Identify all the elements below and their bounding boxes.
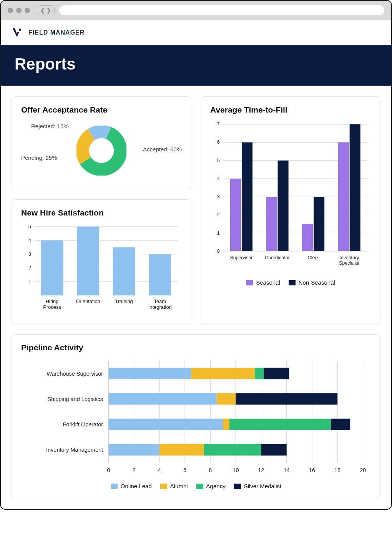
nav-arrows[interactable]: ❮ ❯ bbox=[37, 5, 55, 15]
browser-chrome: ❮ ❯ bbox=[1, 1, 391, 20]
svg-rect-85 bbox=[223, 419, 229, 430]
svg-rect-41 bbox=[242, 143, 252, 251]
legend-item-nonseasonal: Non-Seasonal bbox=[289, 279, 335, 286]
legend-item-agency: Agency bbox=[196, 483, 226, 489]
svg-rect-92 bbox=[261, 444, 287, 456]
stacked-bar-chart-pipeline: 02468101214161820Warehouse SupervisorShi… bbox=[21, 358, 371, 477]
svg-rect-14 bbox=[41, 240, 63, 295]
svg-text:3: 3 bbox=[28, 251, 31, 257]
address-bar[interactable] bbox=[59, 5, 384, 15]
legend-item-seasonal: Seasonal bbox=[246, 279, 280, 286]
svg-text:16: 16 bbox=[309, 467, 315, 473]
window-controls bbox=[8, 8, 30, 13]
page-title-bar: Reports bbox=[1, 45, 391, 86]
donut-label-rejected: Rejected: 15% bbox=[31, 123, 69, 129]
page-title: Reports bbox=[15, 55, 377, 73]
svg-text:2: 2 bbox=[28, 265, 31, 270]
legend-item-online: Online Lead bbox=[111, 483, 152, 489]
svg-text:Team: Team bbox=[154, 298, 166, 304]
app-header: FIELD MANAGER bbox=[1, 20, 391, 45]
svg-rect-75 bbox=[109, 368, 191, 379]
svg-text:Integration: Integration bbox=[148, 304, 172, 310]
svg-text:18: 18 bbox=[334, 467, 341, 473]
window-dot[interactable] bbox=[16, 8, 22, 13]
bar-chart-ttf: 01234567SupervisorCoordinatorClerkInvent… bbox=[210, 120, 371, 273]
svg-text:5: 5 bbox=[28, 224, 31, 229]
svg-text:20: 20 bbox=[360, 467, 366, 473]
svg-text:Warehouse Supervisor: Warehouse Supervisor bbox=[47, 370, 103, 376]
card-time-to-fill: Average Time-to-Fill 01234567SupervisorC… bbox=[201, 96, 380, 325]
svg-text:2: 2 bbox=[217, 212, 220, 217]
svg-text:Coordinator: Coordinator bbox=[265, 255, 290, 260]
svg-text:4: 4 bbox=[217, 176, 220, 181]
svg-text:2: 2 bbox=[133, 467, 136, 473]
card-title: New Hire Satisfaction bbox=[21, 208, 182, 217]
svg-text:Supervisor: Supervisor bbox=[230, 255, 252, 260]
svg-rect-84 bbox=[109, 419, 223, 430]
window-dot[interactable] bbox=[25, 8, 30, 13]
svg-rect-86 bbox=[229, 419, 331, 430]
svg-text:Hiring: Hiring bbox=[46, 298, 59, 304]
svg-text:4: 4 bbox=[158, 467, 161, 473]
legend-swatch bbox=[246, 280, 253, 285]
legend-swatch bbox=[289, 280, 296, 285]
chevron-left-icon: ❮ bbox=[40, 7, 45, 13]
svg-text:Forklift Operator: Forklift Operator bbox=[63, 421, 103, 428]
svg-rect-91 bbox=[204, 444, 261, 456]
svg-text:0: 0 bbox=[217, 249, 220, 254]
svg-point-0 bbox=[19, 29, 21, 31]
svg-rect-44 bbox=[278, 161, 289, 251]
svg-rect-77 bbox=[255, 368, 264, 379]
svg-text:Inventory: Inventory bbox=[339, 255, 359, 260]
brand-text: FIELD MANAGER bbox=[28, 29, 85, 36]
svg-rect-87 bbox=[331, 419, 350, 430]
donut-svg bbox=[76, 126, 126, 176]
svg-rect-81 bbox=[217, 393, 236, 404]
svg-text:8: 8 bbox=[209, 467, 212, 473]
svg-rect-19 bbox=[113, 247, 135, 295]
svg-text:7: 7 bbox=[217, 121, 220, 127]
legend-item-alumni: Alumni bbox=[160, 483, 188, 489]
legend-label: Alumni bbox=[170, 483, 188, 489]
card-new-hire-satisfaction: New Hire Satisfaction 12345HiringProcess… bbox=[12, 199, 191, 325]
svg-text:1: 1 bbox=[28, 278, 31, 284]
svg-rect-46 bbox=[302, 224, 313, 251]
svg-rect-78 bbox=[264, 368, 289, 379]
card-pipeline-activity: Pipeline Activity 02468101214161820Wareh… bbox=[12, 334, 380, 498]
svg-text:10: 10 bbox=[233, 467, 239, 473]
svg-text:Specialist: Specialist bbox=[339, 260, 359, 266]
donut-label-accepted: Accepted: 60% bbox=[143, 146, 182, 152]
svg-rect-82 bbox=[236, 393, 337, 404]
legend-label: Agency bbox=[206, 483, 226, 489]
svg-rect-89 bbox=[109, 444, 159, 456]
window-dot[interactable] bbox=[8, 8, 13, 13]
svg-text:14: 14 bbox=[284, 467, 290, 473]
svg-rect-40 bbox=[230, 179, 241, 251]
donut-label-pending: Pending: 25% bbox=[21, 154, 57, 161]
svg-text:6: 6 bbox=[217, 139, 220, 145]
svg-rect-43 bbox=[266, 197, 277, 251]
browser-window: ❮ ❯ FIELD MANAGER Reports Offer Acceptan… bbox=[0, 0, 392, 510]
svg-text:Shipping and Logistics: Shipping and Logistics bbox=[47, 396, 103, 402]
svg-text:0: 0 bbox=[107, 467, 110, 473]
svg-text:1: 1 bbox=[217, 230, 220, 236]
card-title: Pipeline Activity bbox=[21, 343, 371, 352]
legend-label: Non-Seasonal bbox=[299, 279, 335, 286]
legend-swatch bbox=[234, 484, 241, 489]
card-title: Offer Acceptance Rate bbox=[21, 105, 182, 114]
chevron-right-icon: ❯ bbox=[47, 7, 51, 13]
svg-rect-21 bbox=[149, 254, 171, 295]
legend-label: Silver Medalist bbox=[244, 483, 282, 489]
svg-text:6: 6 bbox=[183, 467, 186, 473]
svg-rect-90 bbox=[159, 444, 204, 456]
svg-rect-50 bbox=[350, 124, 360, 251]
svg-text:Process: Process bbox=[43, 304, 61, 310]
bar-chart-satisfaction: 12345HiringProcessOrientationTrainingTea… bbox=[21, 223, 182, 315]
svg-text:Orientation: Orientation bbox=[76, 298, 100, 304]
legend-label: Seasonal bbox=[256, 279, 280, 286]
svg-text:3: 3 bbox=[217, 194, 220, 199]
legend-swatch bbox=[160, 484, 167, 489]
svg-text:Training: Training bbox=[115, 298, 133, 304]
svg-text:12: 12 bbox=[258, 467, 264, 473]
svg-rect-76 bbox=[191, 368, 255, 379]
